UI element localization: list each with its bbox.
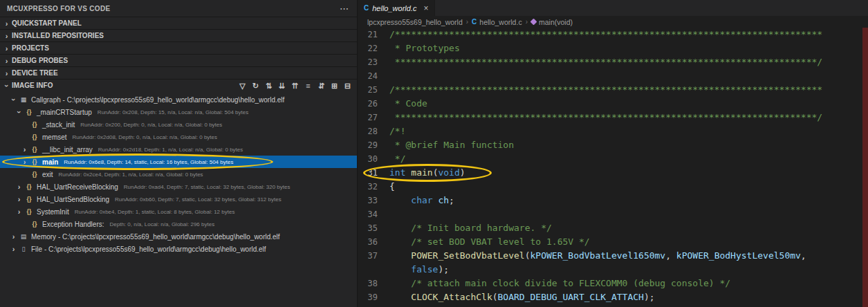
- breadcrumb-item-hello-world-c[interactable]: Chello_world.c: [472, 18, 522, 26]
- section-installed-repositories[interactable]: ›INSTALLED REPOSITORIES: [0, 29, 357, 41]
- section-debug-probes[interactable]: ›DEBUG PROBES: [0, 54, 357, 66]
- section-device-tree[interactable]: ›DEVICE TREE: [0, 66, 357, 79]
- file-icon: ▯: [19, 245, 28, 252]
- tree-item-maincrtstartup[interactable]: ›{}_mainCRTStartupRunAddr: 0x208, Depth:…: [0, 106, 357, 118]
- section-projects[interactable]: ›PROJECTS: [0, 41, 357, 54]
- filter-icon[interactable]: ▽: [237, 80, 248, 91]
- tree-item-detail: RunAddr: 0x2d18, Depth: 1, n/a, Local: n…: [98, 147, 243, 153]
- breadcrumb-item-main-void[interactable]: main(void): [531, 18, 573, 26]
- line-text: CLOCK_AttachClk(BOARD_DEBUG_UART_CLK_ATT…: [389, 290, 655, 304]
- code-line-wrap[interactable]: false);: [358, 263, 862, 277]
- line-number[interactable]: 25: [358, 83, 389, 97]
- line-number[interactable]: 22: [358, 41, 389, 55]
- sort-by-address-icon[interactable]: ⇅: [264, 80, 274, 91]
- line-number[interactable]: 36: [358, 235, 389, 249]
- tree-item-detail: RunAddr: 0x6e8, Depth: 14, static, Local…: [64, 159, 233, 165]
- code-line-26[interactable]: 26 * Code: [358, 97, 862, 111]
- code-area[interactable]: 21/*************************************…: [358, 28, 862, 307]
- section-quickstart-panel[interactable]: ›QUICKSTART PANEL: [0, 17, 357, 29]
- line-number[interactable]: 26: [358, 97, 389, 111]
- sort-descending-icon[interactable]: ⇊: [277, 80, 287, 91]
- line-number[interactable]: 35: [358, 221, 389, 235]
- line-number[interactable]: 39: [358, 290, 389, 304]
- tree-item-hal-uartsendblocking[interactable]: ›{}HAL_UartSendBlockingRunAddr: 0xb60, D…: [0, 193, 357, 205]
- line-number[interactable]: 27: [358, 111, 389, 124]
- tree-item-callgraph[interactable]: ›▦Callgraph - C:\projects\lpcxpresso55s6…: [0, 93, 357, 106]
- tree-item-memset[interactable]: ›{}memsetRunAddr: 0x2d08, Depth: 0, n/a,…: [0, 131, 357, 143]
- braces-icon: {}: [24, 109, 34, 115]
- line-text: */: [389, 152, 405, 166]
- tree-item-hal-uartreceiveblocking[interactable]: ›{}HAL_UartReceiveBlockingRunAddr: 0xad4…: [0, 180, 357, 193]
- editor-area: C hello_world.c × lpcxpresso55s69_hello_…: [358, 0, 868, 307]
- line-number[interactable]: 38: [358, 277, 389, 290]
- chevron-right-icon: ›: [14, 207, 24, 216]
- section-label: QUICKSTART PANEL: [12, 19, 82, 27]
- line-text: {: [389, 180, 395, 194]
- code-line-24[interactable]: 24: [358, 69, 862, 83]
- code-line-34[interactable]: 34: [358, 207, 862, 221]
- line-number[interactable]: 23: [358, 55, 389, 69]
- tree-item-exit[interactable]: ›{}exitRunAddr: 0x2ce4, Depth: 1, n/a, L…: [0, 168, 357, 180]
- line-number[interactable]: [358, 263, 389, 277]
- code-line-32[interactable]: 32{: [358, 180, 862, 194]
- image-info-toolbar: ▽↻⇅⇊⇈≡⇵⊞⊟: [237, 80, 353, 92]
- code-line-39[interactable]: 39 CLOCK_AttachClk(BOARD_DEBUG_UART_CLK_…: [358, 290, 862, 304]
- line-text: false);: [389, 263, 449, 277]
- code-line-23[interactable]: 23 *************************************…: [358, 55, 862, 69]
- code-line-21[interactable]: 21/*************************************…: [358, 28, 862, 41]
- line-number[interactable]: 24: [358, 69, 389, 83]
- close-icon[interactable]: ×: [423, 3, 428, 13]
- line-number[interactable]: 31: [358, 166, 389, 180]
- refresh-icon[interactable]: ↻: [250, 80, 261, 91]
- tree-item-file[interactable]: ›▯File - C:\projects\lpcxpresso55s69_hel…: [0, 243, 357, 255]
- breadcrumb-item-lpcxpresso55s69-hello-world[interactable]: lpcxpresso55s69_hello_world: [367, 18, 463, 26]
- line-number[interactable]: 37: [358, 249, 389, 263]
- sidebar-title: MCUXPRESSO FOR VS CODE: [7, 5, 110, 12]
- sort-ascending-icon[interactable]: ⇈: [290, 80, 300, 91]
- code-line-36[interactable]: 36 /* set BOD VBAT level to 1.65V */: [358, 235, 862, 249]
- braces-icon: {}: [24, 208, 34, 215]
- code-line-28[interactable]: 28/*!: [358, 124, 862, 138]
- tree-item-main[interactable]: ›{}mainRunAddr: 0x6e8, Depth: 14, static…: [0, 156, 357, 168]
- tree-item-stack-init[interactable]: ›{}_stack_initRunAddr: 0x200, Depth: 0, …: [0, 118, 357, 131]
- line-number[interactable]: 32: [358, 180, 389, 194]
- code-line-22[interactable]: 22 * Prototypes: [358, 41, 862, 55]
- chevron-right-icon: ›: [1, 19, 12, 28]
- toggle-sort-icon[interactable]: ⇵: [316, 80, 326, 91]
- line-text: /* set BOD VBAT level to 1.65V */: [389, 235, 590, 249]
- code-line-30[interactable]: 30 */: [358, 152, 862, 166]
- line-number[interactable]: 33: [358, 194, 389, 207]
- sidebar-title-row: MCUXPRESSO FOR VS CODE ⋯: [0, 0, 357, 17]
- flat-view-icon[interactable]: ≡: [303, 80, 313, 91]
- line-number[interactable]: 30: [358, 152, 389, 166]
- line-text: /* attach main clock divide to FLEXCOMM0…: [389, 277, 730, 290]
- tab-hello-world-c[interactable]: C hello_world.c ×: [358, 0, 435, 16]
- code-line-37[interactable]: 37 POWER_SetBodVbatLevel(kPOWER_BodVbatL…: [358, 249, 862, 263]
- memory-icon: ▤: [19, 233, 28, 240]
- expand-all-icon[interactable]: ⊞: [329, 80, 340, 91]
- tree-item-libc-init-array[interactable]: ›{}__libc_init_arrayRunAddr: 0x2d18, Dep…: [0, 143, 357, 156]
- tree-item-exception[interactable]: ›{}Exception Handlers:Depth: 0, n/a, Loc…: [0, 218, 357, 230]
- code-line-31[interactable]: 31int main(void): [358, 166, 862, 180]
- chevron-down-icon: ›: [3, 80, 11, 91]
- tree-item-label: Callgraph - C:\projects\lpcxpresso55s69_…: [31, 96, 284, 104]
- tree-item-label: _stack_init: [42, 121, 75, 129]
- line-number[interactable]: 28: [358, 124, 389, 138]
- code-line-25[interactable]: 25/*************************************…: [358, 83, 862, 97]
- line-text: /***************************************…: [389, 28, 822, 41]
- line-number[interactable]: 21: [358, 28, 389, 41]
- section-label: INSTALLED REPOSITORIES: [12, 32, 104, 39]
- code-line-29[interactable]: 29 * @brief Main function: [358, 138, 862, 152]
- line-number[interactable]: 29: [358, 138, 389, 152]
- more-actions-icon[interactable]: ⋯: [340, 3, 349, 14]
- tree-item-memory[interactable]: ›▤Memory - C:\projects\lpcxpresso55s69_h…: [0, 230, 357, 243]
- code-line-38[interactable]: 38 /* attach main clock divide to FLEXCO…: [358, 277, 862, 290]
- line-text: * Code: [389, 97, 427, 111]
- code-line-35[interactable]: 35 /* Init board hardware. */: [358, 221, 862, 235]
- line-number[interactable]: 34: [358, 207, 389, 221]
- section-image-info[interactable]: ›IMAGE INFO▽↻⇅⇊⇈≡⇵⊞⊟: [0, 79, 357, 91]
- collapse-all-icon[interactable]: ⊟: [342, 80, 353, 91]
- code-line-27[interactable]: 27 *************************************…: [358, 111, 862, 124]
- tree-item-systeminit[interactable]: ›{}SystemInitRunAddr: 0xbe4, Depth: 1, s…: [0, 205, 357, 218]
- code-line-33[interactable]: 33 char ch;: [358, 194, 862, 207]
